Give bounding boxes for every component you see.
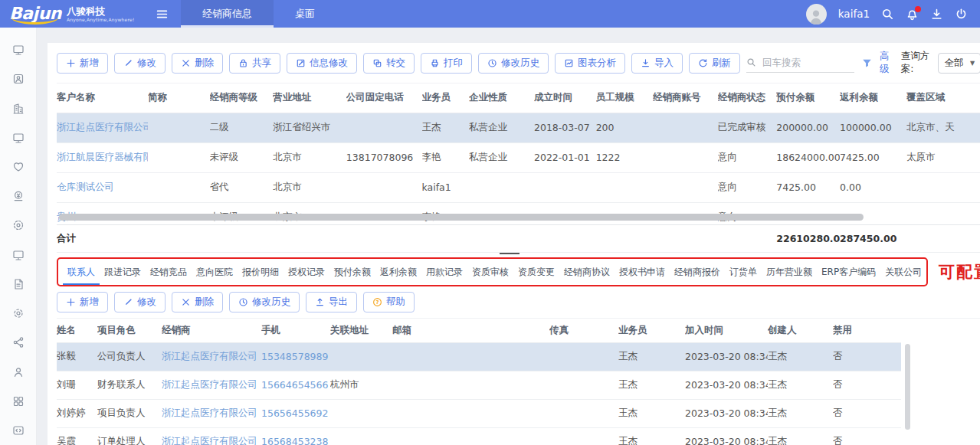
column-header[interactable]: 项目角色: [97, 319, 162, 342]
column-header[interactable]: 手机: [261, 319, 330, 342]
table-row[interactable]: 张毅公司负责人浙江起点医疗有限公司15348578989王杰2023-03-20…: [57, 342, 901, 371]
tab-16[interactable]: 历年营业额: [762, 259, 817, 285]
table-row[interactable]: 浙江航晨医疗器械有限...未评级北京市13817078096李艳私营企业2022…: [57, 142, 980, 172]
export-button[interactable]: 导出: [306, 292, 357, 312]
column-header[interactable]: 经销商账号: [653, 83, 718, 113]
cell-link[interactable]: 15664654566: [261, 379, 328, 391]
print-button[interactable]: 打印: [421, 53, 472, 74]
cell-link[interactable]: 浙江起点医疗有限公司: [57, 121, 148, 133]
bell-icon[interactable]: [906, 8, 919, 21]
column-header[interactable]: 关联地址: [330, 319, 392, 342]
table-row[interactable]: 仓库测试公司省代北京市kaifa1意向7425.000.00: [57, 172, 980, 202]
column-header[interactable]: 禁用: [833, 319, 901, 342]
menu-icon[interactable]: [156, 8, 169, 21]
avatar[interactable]: [806, 4, 827, 25]
cell-link[interactable]: 浙江起点医疗有限公司: [162, 378, 257, 390]
edit-button[interactable]: 修改: [114, 53, 166, 74]
cell-link[interactable]: 仓库测试公司: [57, 181, 114, 192]
column-header[interactable]: 邮箱: [392, 319, 549, 342]
cell-link[interactable]: 15656455692: [261, 407, 328, 419]
share-button[interactable]: 共享: [229, 53, 280, 74]
contact-card-icon[interactable]: [0, 64, 36, 93]
chart-analysis-button[interactable]: 图表分析: [555, 53, 625, 74]
column-header[interactable]: 返利余额: [840, 83, 906, 113]
cell-link[interactable]: 浙江起点医疗有限公司: [162, 350, 257, 362]
building-icon[interactable]: [0, 93, 36, 123]
tab-17[interactable]: ERP客户编码: [817, 259, 880, 285]
tab-7[interactable]: 预付余额: [329, 259, 375, 285]
splitter-handle[interactable]: [500, 253, 519, 257]
heart-icon[interactable]: [0, 152, 36, 182]
tab-3[interactable]: 经销竞品: [146, 259, 192, 285]
code-icon[interactable]: [0, 416, 36, 445]
modify-history-button[interactable]: 修改历史: [229, 292, 300, 312]
cell-link[interactable]: 16568453238: [261, 436, 328, 445]
table-row[interactable]: 吴霞订单处理人浙江起点医疗有限公司16568453238王杰2023-03-20…: [57, 427, 901, 445]
search-input[interactable]: [761, 56, 854, 69]
grid-icon[interactable]: [0, 387, 36, 416]
power-icon[interactable]: [955, 8, 968, 21]
delete-button[interactable]: 删除: [172, 292, 223, 312]
delete-button[interactable]: 删除: [172, 53, 223, 74]
cell-link[interactable]: 浙江航晨医疗器械有限...: [57, 151, 148, 162]
username[interactable]: kaifa1: [838, 8, 870, 20]
cell-link[interactable]: 15348578989: [261, 351, 328, 362]
tab-10[interactable]: 资质审核: [467, 259, 513, 285]
tab-13[interactable]: 授权书申请: [615, 259, 670, 285]
tab-1[interactable]: 联系人: [63, 259, 100, 285]
horizontal-scrollbar[interactable]: [59, 214, 864, 221]
download-icon[interactable]: [930, 8, 943, 21]
nav-item-active[interactable]: 经销商信息: [181, 0, 274, 28]
column-header[interactable]: 加入时间: [685, 319, 768, 342]
column-header[interactable]: 业务员: [422, 83, 470, 113]
cell-link[interactable]: 浙江起点医疗有限公司: [162, 407, 257, 418]
gear-icon[interactable]: [0, 299, 36, 328]
cell-link[interactable]: 浙江起点医疗有限公司: [162, 435, 257, 445]
column-header[interactable]: 预付余额: [776, 83, 840, 113]
add-button[interactable]: 新增: [57, 53, 108, 74]
tab-15[interactable]: 订货单: [725, 259, 762, 285]
column-header[interactable]: 营业地址: [273, 83, 346, 113]
tab-11[interactable]: 资质变更: [513, 259, 559, 285]
column-header[interactable]: 经销商等级: [210, 83, 274, 113]
column-header[interactable]: 客户名称: [57, 83, 148, 113]
column-header[interactable]: 传真: [549, 319, 618, 342]
table-row[interactable]: 刘珊财务联系人浙江起点医疗有限公司15664654566杭州市王杰2023-03…: [57, 371, 901, 399]
monitor-icon[interactable]: [0, 123, 36, 152]
help-button[interactable]: ?帮助: [363, 292, 415, 312]
tab-9[interactable]: 用款记录: [421, 259, 467, 285]
column-header[interactable]: 经销商: [162, 319, 261, 342]
tab-5[interactable]: 报价明细: [238, 259, 284, 285]
refresh-button[interactable]: 刷新: [689, 53, 740, 74]
document-icon[interactable]: [0, 270, 36, 299]
filter-funnel-icon[interactable]: [862, 58, 872, 68]
table-row[interactable]: 浙江起点医疗有限公司二级浙江省绍兴市王杰私营企业2018-03-07200已完成…: [57, 113, 980, 142]
money-icon[interactable]: [0, 182, 36, 211]
column-header[interactable]: 经销商状态: [718, 83, 776, 113]
column-header[interactable]: 员工规模: [596, 83, 653, 113]
column-header[interactable]: 成立时间: [534, 83, 596, 113]
vertical-scrollbar[interactable]: [905, 344, 910, 430]
tab-2[interactable]: 跟进记录: [100, 259, 146, 285]
edit-button[interactable]: 修改: [114, 292, 166, 312]
tab-6[interactable]: 授权记录: [284, 259, 329, 285]
column-header[interactable]: 创建人: [768, 319, 833, 342]
add-button[interactable]: 新增: [57, 292, 108, 312]
column-header[interactable]: 业务员: [618, 319, 685, 342]
tab-14[interactable]: 经销商报价: [670, 259, 725, 285]
search-icon[interactable]: [881, 8, 894, 21]
tab-4[interactable]: 意向医院: [192, 259, 238, 285]
column-header[interactable]: 公司固定电话: [346, 83, 422, 113]
transfer-button[interactable]: 转交: [363, 53, 415, 74]
monitor-icon[interactable]: [0, 240, 36, 270]
tab-18[interactable]: 关联公司: [880, 259, 926, 285]
modify-history-button[interactable]: 修改历史: [478, 53, 549, 74]
monitor-icon[interactable]: [0, 35, 36, 64]
person-icon[interactable]: [0, 357, 36, 386]
table-row[interactable]: 刘婷婷项目负责人浙江起点医疗有限公司15656455692王杰2023-03-2…: [57, 399, 901, 427]
advanced-filter-link[interactable]: 高级: [880, 50, 893, 76]
nav-item-inactive[interactable]: 桌面: [274, 0, 336, 28]
scheme-select[interactable]: 全部 ▼: [938, 53, 980, 74]
target-icon[interactable]: [0, 211, 36, 240]
column-header[interactable]: 覆盖区域: [906, 83, 980, 113]
